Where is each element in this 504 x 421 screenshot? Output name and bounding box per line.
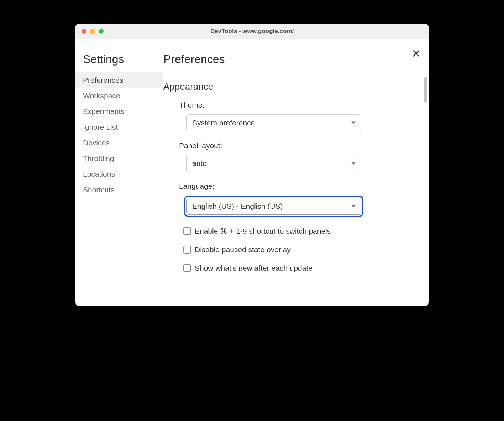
sidebar-item-locations[interactable]: Locations [75,166,163,182]
panel-layout-select[interactable]: auto [186,155,361,172]
window-title: DevTools - www.google.com/ [75,28,429,35]
close-icon [412,49,420,58]
checkbox-row-whatsnew: Show what's new after each update [163,264,416,272]
sidebar-item-label: Locations [83,170,115,178]
sidebar-item-label: Shortcuts [83,186,115,194]
sidebar-item-shortcuts[interactable]: Shortcuts [75,182,163,198]
panel-layout-select-wrap: auto [186,155,361,172]
sidebar-item-label: Workspace [83,92,120,100]
sidebar-item-experiments[interactable]: Experiments [75,104,163,119]
sidebar-item-label: Throttling [83,154,114,162]
language-select[interactable]: English (US) - English (US) [186,198,361,215]
show-whatsnew-checkbox[interactable] [183,264,191,272]
scrollbar-thumb[interactable] [424,77,427,103]
sidebar-item-devices[interactable]: Devices [75,135,163,151]
sidebar-item-label: Preferences [83,76,123,84]
disable-overlay-checkbox[interactable] [183,246,191,254]
sidebar-item-workspace[interactable]: Workspace [75,88,163,104]
theme-select[interactable]: System preference [186,114,361,131]
checkbox-row-shortcut: Enable ⌘ + 1-9 shortcut to switch panels [163,227,416,235]
page-title: Preferences [163,53,416,74]
devtools-window: DevTools - www.google.com/ Settings Pref… [75,24,429,306]
checkbox-row-overlay: Disable paused state overlay [163,245,416,254]
sidebar-item-label: Ignore List [83,123,118,131]
sidebar-title: Settings [75,53,163,72]
window-close-button[interactable] [82,29,86,34]
sidebar-item-preferences[interactable]: Preferences [75,72,163,88]
traffic-lights [75,29,104,34]
close-settings-button[interactable] [412,49,420,58]
content: Settings Preferences Workspace Experimen… [75,39,429,306]
sidebar-item-ignore-list[interactable]: Ignore List [75,119,163,135]
checkbox-label[interactable]: Show what's new after each update [195,264,313,272]
enable-shortcut-checkbox[interactable] [183,227,191,235]
language-label: Language: [179,182,416,191]
panel-layout-label: Panel layout: [179,141,416,150]
sidebar-item-label: Experiments [83,107,125,115]
section-title: Appearance [163,81,416,92]
theme-field: Theme: System preference [163,101,416,131]
sidebar: Settings Preferences Workspace Experimen… [75,39,163,306]
checkbox-label[interactable]: Enable ⌘ + 1-9 shortcut to switch panels [195,227,331,235]
window-minimize-button[interactable] [90,29,95,34]
theme-select-wrap: System preference [186,114,361,131]
language-select-wrap: English (US) - English (US) [184,196,363,217]
window-maximize-button[interactable] [99,29,104,34]
main-panel: Preferences Appearance Theme: System pre… [163,39,429,306]
panel-layout-field: Panel layout: auto [163,141,416,172]
language-field: Language: English (US) - English (US) [163,182,416,217]
theme-label: Theme: [179,101,416,109]
sidebar-item-throttling[interactable]: Throttling [75,151,163,166]
sidebar-item-label: Devices [83,139,110,147]
titlebar: DevTools - www.google.com/ [75,24,429,39]
checkbox-label[interactable]: Disable paused state overlay [195,245,291,254]
